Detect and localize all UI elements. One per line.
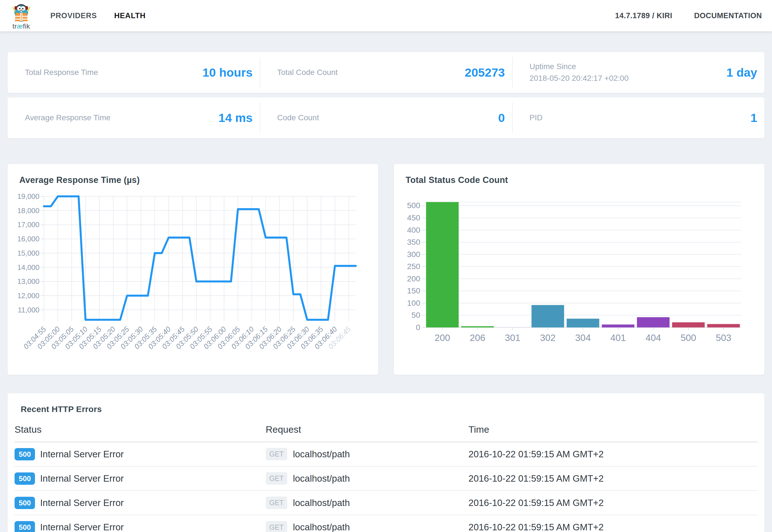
page-content: Total Response Time 10 hours Total Code … xyxy=(0,31,772,532)
errors-table-title: Recent HTTP Errors xyxy=(21,404,757,414)
bar-chart-svg: 0501001502002503003504004505002002063013… xyxy=(404,192,754,358)
status-text: Internal Server Error xyxy=(40,522,124,532)
nav-links: PROVIDERS HEALTH xyxy=(50,11,146,20)
documentation-link[interactable]: DOCUMENTATION xyxy=(694,11,762,20)
status-code-badge: 500 xyxy=(15,448,35,460)
stat-total-code-count: Total Code Count 205273 xyxy=(260,52,512,93)
logo-wordmark: træfik xyxy=(12,22,30,30)
svg-text:200: 200 xyxy=(435,333,450,343)
bar-chart-title: Total Status Code Count xyxy=(406,175,754,185)
stats-row-totals: Total Response Time 10 hours Total Code … xyxy=(8,52,764,93)
stat-value: 10 hours xyxy=(203,66,253,79)
stat-average-response-time: Average Response Time 14 ms xyxy=(8,97,260,138)
svg-text:200: 200 xyxy=(407,274,420,283)
error-row: 500Internal Server ErrorGETlocalhost/pat… xyxy=(15,467,757,491)
method-badge: GET xyxy=(266,472,287,485)
request-path: localhost/path xyxy=(293,473,350,484)
stat-total-response-time: Total Response Time 10 hours xyxy=(8,52,260,93)
svg-text:50: 50 xyxy=(411,310,420,319)
status-code-badge: 500 xyxy=(15,521,35,532)
version-link[interactable]: 14.7.1789 / KIRI xyxy=(615,11,672,20)
svg-text:12,000: 12,000 xyxy=(18,291,39,300)
svg-text:350: 350 xyxy=(407,237,420,246)
column-header-status: Status xyxy=(15,424,266,435)
request-cell: GETlocalhost/path xyxy=(266,448,469,460)
svg-text:500: 500 xyxy=(681,333,696,343)
svg-text:250: 250 xyxy=(407,262,420,271)
status-cell: 500Internal Server Error xyxy=(15,497,266,509)
status-cell: 500Internal Server Error xyxy=(15,448,266,460)
svg-text:0: 0 xyxy=(416,323,420,332)
recent-http-errors-panel: Recent HTTP Errors Status Request Time 5… xyxy=(8,393,764,532)
line-chart-title: Average Response Time (µs) xyxy=(19,175,368,185)
errors-table-body: 500Internal Server ErrorGETlocalhost/pat… xyxy=(15,442,757,532)
status-code-badge: 500 xyxy=(15,472,35,485)
status-text: Internal Server Error xyxy=(40,449,124,460)
traefik-logo[interactable]: træfik xyxy=(8,3,34,30)
svg-text:17,000: 17,000 xyxy=(18,220,39,229)
bar-206 xyxy=(461,326,494,327)
status-text: Internal Server Error xyxy=(40,473,124,484)
stat-label: Total Code Count xyxy=(277,67,338,78)
stat-label: Uptime Since 2018-05-20 20:42:17 +02:00 xyxy=(529,61,629,84)
svg-text:16,000: 16,000 xyxy=(18,235,39,243)
status-code-bar-chart: 0501001502002503003504004505002002063013… xyxy=(404,192,754,358)
gopher-mascot-icon xyxy=(12,3,30,23)
stat-code-count: Code Count 0 xyxy=(260,97,512,138)
error-row: 500Internal Server ErrorGETlocalhost/pat… xyxy=(15,442,757,467)
status-code-badge: 500 xyxy=(15,497,35,509)
request-cell: GETlocalhost/path xyxy=(266,521,469,532)
stat-label: PID xyxy=(529,112,543,124)
stat-label: Average Response Time xyxy=(25,112,110,124)
request-cell: GETlocalhost/path xyxy=(266,496,469,509)
svg-text:15,000: 15,000 xyxy=(18,249,39,257)
method-badge: GET xyxy=(266,448,287,460)
svg-text:400: 400 xyxy=(407,225,420,234)
svg-text:13,000: 13,000 xyxy=(18,277,39,286)
time-cell: 2016-10-22 01:59:15 AM GMT+2 xyxy=(469,498,757,508)
bar-401 xyxy=(602,324,634,327)
column-header-time: Time xyxy=(469,424,757,435)
line-chart-svg: 11,00012,00013,00014,00015,00016,00017,0… xyxy=(18,192,368,356)
request-path: localhost/path xyxy=(293,522,350,532)
response-time-line-chart: 11,00012,00013,00014,00015,00016,00017,0… xyxy=(18,192,368,356)
bar-500 xyxy=(672,322,705,327)
uptime-datetime: 2018-05-20 20:42:17 +02:00 xyxy=(529,74,629,83)
time-cell: 2016-10-22 01:59:15 AM GMT+2 xyxy=(469,449,757,460)
svg-text:206: 206 xyxy=(470,333,485,343)
svg-text:18,000: 18,000 xyxy=(18,206,39,215)
svg-text:500: 500 xyxy=(407,201,420,210)
stat-pid: PID 1 xyxy=(512,97,764,138)
nav-right: 14.7.1789 / KIRI DOCUMENTATION xyxy=(615,11,762,20)
time-cell: 2016-10-22 01:59:15 AM GMT+2 xyxy=(469,473,757,484)
bar-200 xyxy=(426,202,459,327)
svg-text:401: 401 xyxy=(610,333,626,343)
svg-text:150: 150 xyxy=(407,286,420,295)
status-code-chart-panel: Total Status Code Count 0501001502002503… xyxy=(394,164,764,375)
svg-text:304: 304 xyxy=(575,333,591,343)
stat-value: 1 xyxy=(750,111,757,125)
bar-302 xyxy=(531,305,564,328)
svg-text:450: 450 xyxy=(407,213,420,222)
svg-text:11,000: 11,000 xyxy=(18,306,39,314)
svg-text:14,000: 14,000 xyxy=(18,263,39,272)
column-header-request: Request xyxy=(266,424,469,435)
error-row: 500Internal Server ErrorGETlocalhost/pat… xyxy=(15,515,757,532)
stats-row-current: Average Response Time 14 ms Code Count 0… xyxy=(8,97,764,138)
stat-label: Code Count xyxy=(277,112,319,124)
svg-text:503: 503 xyxy=(716,333,731,343)
nav-item-health[interactable]: HEALTH xyxy=(114,11,145,20)
request-cell: GETlocalhost/path xyxy=(266,472,469,485)
bar-304 xyxy=(567,319,599,327)
status-cell: 500Internal Server Error xyxy=(15,521,266,532)
bar-503 xyxy=(707,324,740,327)
svg-text:19,000: 19,000 xyxy=(18,192,39,201)
navbar: træfik PROVIDERS HEALTH 14.7.1789 / KIRI… xyxy=(0,0,772,31)
nav-item-providers[interactable]: PROVIDERS xyxy=(50,11,97,20)
errors-table-header: Status Request Time xyxy=(15,422,757,442)
svg-text:100: 100 xyxy=(407,298,420,307)
status-text: Internal Server Error xyxy=(40,498,124,508)
method-badge: GET xyxy=(266,521,287,532)
stat-uptime-since: Uptime Since 2018-05-20 20:42:17 +02:00 … xyxy=(512,52,764,93)
status-cell: 500Internal Server Error xyxy=(15,472,266,485)
